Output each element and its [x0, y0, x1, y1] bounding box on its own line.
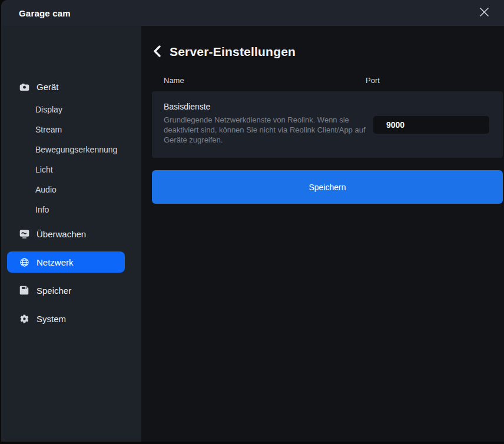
sidebar-item-ueberwachen[interactable]: Überwachen	[1, 220, 141, 248]
gear-icon	[19, 314, 29, 324]
sidebar-item-licht[interactable]: Licht	[1, 160, 141, 180]
column-header-port: Port	[366, 76, 380, 85]
sidebar-row-netzwerk: Netzwerk	[1, 248, 141, 276]
service-info: Basisdienste Grundlegende Netzwerkdienst…	[152, 102, 373, 147]
save-button[interactable]: Speichern	[152, 170, 503, 204]
port-input[interactable]	[373, 116, 489, 134]
window-title: Garage cam	[19, 8, 71, 18]
sidebar: Gerät Display Stream Bewegungserkennung …	[1, 26, 141, 442]
sidebar-item-bewegungserkennung[interactable]: Bewegungserkennung	[1, 140, 141, 160]
table-header-row: Name Port	[152, 75, 503, 86]
titlebar: Garage cam	[1, 0, 504, 26]
column-header-name: Name	[164, 76, 184, 85]
main-panel: Server-Einstellungen Name Port Basisdien…	[141, 26, 504, 442]
sidebar-item-speicher[interactable]: Speicher	[1, 276, 141, 304]
sidebar-item-audio[interactable]: Audio	[1, 180, 141, 200]
sidebar-item-label: System	[37, 314, 66, 324]
storage-icon	[19, 286, 29, 296]
sidebar-item-label: Überwachen	[37, 229, 86, 239]
sidebar-item-geraet[interactable]: Gerät	[1, 74, 141, 100]
back-button[interactable]	[152, 45, 166, 59]
page-title: Server-Einstellungen	[170, 45, 296, 59]
sidebar-item-label: Netzwerk	[37, 257, 74, 267]
monitor-icon	[19, 229, 29, 239]
sidebar-item-display[interactable]: Display	[1, 100, 141, 120]
service-row-basisdienste: Basisdienste Grundlegende Netzwerkdienst…	[152, 91, 503, 158]
service-description: Grundlegende Netzwerkdienste von Reolink…	[164, 115, 373, 145]
page-header: Server-Einstellungen	[152, 44, 503, 60]
globe-icon	[19, 257, 29, 267]
service-name: Basisdienste	[164, 102, 373, 111]
close-icon	[479, 7, 489, 19]
sidebar-item-stream[interactable]: Stream	[1, 120, 141, 140]
chevron-left-icon	[152, 45, 163, 59]
camera-icon	[19, 82, 29, 92]
app-window: Garage cam Gerät Display St	[1, 0, 504, 442]
sidebar-item-info[interactable]: Info	[1, 200, 141, 220]
close-button[interactable]	[476, 5, 492, 21]
sidebar-item-netzwerk-selected[interactable]: Netzwerk	[7, 251, 125, 273]
sidebar-item-system[interactable]: System	[1, 304, 141, 333]
sidebar-item-label: Speicher	[37, 286, 71, 296]
sidebar-item-label: Gerät	[37, 82, 59, 92]
